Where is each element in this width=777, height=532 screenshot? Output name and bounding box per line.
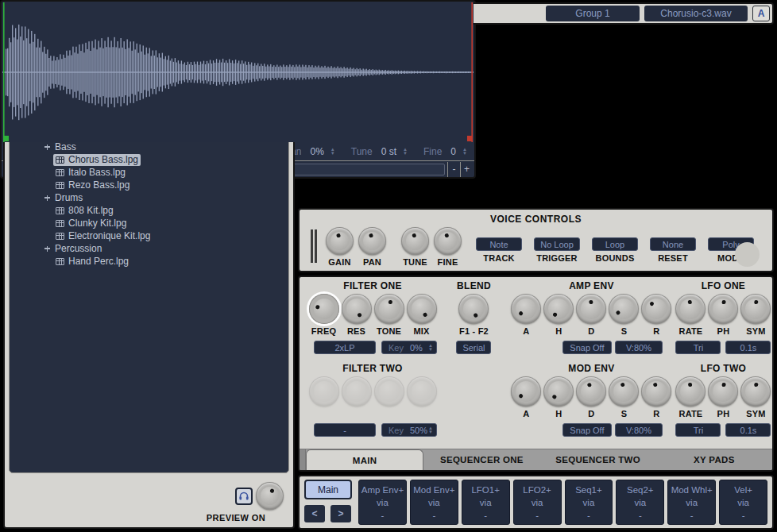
tree-item-row[interactable]: Drums	[41, 192, 85, 204]
tree-item[interactable]: Bass	[13, 141, 285, 153]
tree-item[interactable]: Italo Bass.lpg	[13, 166, 285, 179]
mod-slot-seq1[interactable]: Seq1+via-	[565, 480, 613, 525]
mod-prev-button[interactable]: <	[304, 505, 325, 522]
dropdown-track[interactable]: Note	[476, 237, 522, 251]
mod-slot-seq2[interactable]: Seq2+via-	[616, 480, 664, 525]
knob-pan[interactable]: PAN	[356, 227, 388, 268]
knob-r[interactable]: R	[640, 376, 673, 419]
mod-next-button[interactable]: >	[331, 505, 351, 522]
knob-dial[interactable]	[407, 294, 437, 324]
mod-slot-modwhl[interactable]: Mod Whl+via-	[667, 480, 716, 525]
knob-dial[interactable]	[576, 294, 606, 324]
field-value[interactable]: 0	[450, 146, 456, 157]
knob-dial[interactable]	[543, 376, 574, 407]
knob-dial[interactable]	[511, 294, 541, 324]
dropdown-lfo_two[interactable]: Tri	[675, 423, 721, 437]
tree-item-selected[interactable]: Chorus Bass.lpg	[53, 154, 141, 166]
knob-sym[interactable]: SYM	[740, 294, 772, 337]
knob-gain[interactable]: GAIN	[323, 227, 356, 268]
knob-s[interactable]: S	[608, 294, 640, 337]
dropdown-mod_env[interactable]: V:80%	[615, 423, 663, 437]
tree-item[interactable]: Chorus Bass.lpg	[13, 153, 285, 166]
knob-dial[interactable]	[576, 376, 606, 407]
tab-xy-pads[interactable]: XY PADS	[656, 449, 772, 470]
knob-dial[interactable]	[309, 294, 339, 324]
group-selector[interactable]: Group 1	[546, 6, 640, 21]
dropdown-reset[interactable]: None	[650, 237, 696, 251]
knob-d[interactable]: D	[575, 376, 608, 419]
mod-page-main-button[interactable]: Main	[304, 480, 352, 499]
knob-res[interactable]: RES	[340, 294, 373, 337]
knob-a[interactable]: A	[510, 376, 543, 419]
dropdown-lfo_two[interactable]: 0.1s	[725, 423, 771, 437]
knob-dial[interactable]	[675, 294, 705, 324]
knob-dial[interactable]	[641, 376, 671, 407]
tree-item-row[interactable]: Clunky Kit.lpg	[53, 218, 129, 229]
tree-item-row[interactable]: Rezo Bass.lpg	[53, 179, 132, 191]
mod-slot-lfo2[interactable]: LFO2+via-	[513, 480, 562, 525]
tab-main[interactable]: MAIN	[306, 449, 423, 470]
stepper-arrows-icon[interactable]: ▲▼	[428, 344, 433, 352]
knob-dial[interactable]	[401, 227, 429, 255]
tree-item[interactable]: 808 Kit.lpg	[13, 204, 285, 217]
knob-freq[interactable]: FREQ	[307, 294, 340, 337]
tree-item-row[interactable]: 808 Kit.lpg	[53, 205, 116, 217]
dropdown-blend[interactable]: Serial	[456, 341, 491, 354]
sample-end-handle[interactable]	[467, 136, 473, 141]
knob-dial[interactable]	[609, 376, 639, 407]
zoom-out-button[interactable]: -	[447, 162, 460, 177]
tree-item[interactable]: Hand Perc.lpg	[13, 255, 285, 268]
stepper-arrows-icon[interactable]: ▲▼	[462, 148, 467, 156]
knob-dial[interactable]	[342, 294, 372, 324]
tab-sequencer-one[interactable]: SEQUENCER ONE	[423, 449, 539, 470]
dropdown-trigger[interactable]: No Loop	[534, 237, 580, 251]
knob-tune[interactable]: TUNE	[399, 227, 431, 268]
knob-dial[interactable]	[458, 294, 489, 324]
field-value[interactable]: 0%	[311, 146, 324, 157]
layer-a-button[interactable]: A	[752, 6, 770, 21]
knob-f1-f2[interactable]: F1 - F2	[458, 294, 490, 337]
mod-slot-vel[interactable]: Vel+via-	[719, 480, 767, 525]
stepper-arrows-icon[interactable]: ▲▼	[331, 148, 335, 156]
sample-start-handle[interactable]	[3, 136, 9, 141]
tree-item-row[interactable]: Hand Perc.lpg	[53, 256, 131, 268]
knob-h[interactable]: H	[543, 376, 575, 419]
knob-dial[interactable]	[740, 376, 771, 407]
knob-tone[interactable]: TONE	[373, 294, 405, 337]
stepper-arrows-icon[interactable]: ▲▼	[403, 148, 408, 156]
dropdown-filter_one[interactable]: Key0%▲▼	[381, 341, 437, 354]
knob-dial[interactable]	[641, 294, 671, 324]
tree-item-row[interactable]: Electronique Kit.lpg	[53, 230, 153, 242]
mod-slot-ampenv[interactable]: Amp Env+via-	[358, 480, 407, 525]
knob-fine[interactable]: FINE	[431, 227, 464, 268]
knob-mix[interactable]: MIX	[405, 294, 438, 337]
tree-item[interactable]: Clunky Kit.lpg	[13, 217, 285, 229]
zoom-in-button[interactable]: +	[460, 162, 473, 177]
knob-ph[interactable]: PH	[707, 294, 740, 337]
knob-s[interactable]: S	[608, 376, 640, 419]
knob-sym[interactable]: SYM	[740, 376, 772, 419]
tab-sequencer-two[interactable]: SEQUENCER TWO	[540, 449, 656, 470]
knob-dial[interactable]	[434, 227, 462, 255]
mod-slot-modenv[interactable]: Mod Env+via-	[410, 480, 458, 525]
dropdown-lfo_one[interactable]: Tri	[675, 341, 721, 354]
knob-dial[interactable]	[708, 376, 738, 407]
preview-volume-knob[interactable]	[256, 482, 284, 510]
tree-item[interactable]: Percussion	[13, 242, 285, 255]
dropdown-bounds[interactable]: Loop	[592, 237, 638, 251]
dropdown-filter_two[interactable]: -	[314, 423, 376, 437]
sample-end-marker[interactable]	[471, 2, 473, 142]
stepper-arrows-icon[interactable]: ▲▼	[428, 426, 433, 434]
dropdown-amp_env[interactable]: Snap Off	[562, 341, 612, 354]
knob-rate[interactable]: RATE	[675, 294, 707, 337]
dropdown-mod_env[interactable]: Snap Off	[562, 423, 612, 437]
knob-dial[interactable]	[374, 294, 404, 324]
knob-h[interactable]: H	[543, 294, 575, 337]
mod-slot-lfo1[interactable]: LFO1+via-	[462, 480, 510, 525]
tree-item-row[interactable]: Percussion	[41, 243, 104, 255]
knob-dial[interactable]	[708, 294, 738, 324]
knob-dial[interactable]	[358, 227, 386, 255]
knob-dial[interactable]	[740, 294, 771, 324]
knob-rate[interactable]: RATE	[675, 376, 707, 419]
knob-d[interactable]: D	[575, 294, 608, 337]
